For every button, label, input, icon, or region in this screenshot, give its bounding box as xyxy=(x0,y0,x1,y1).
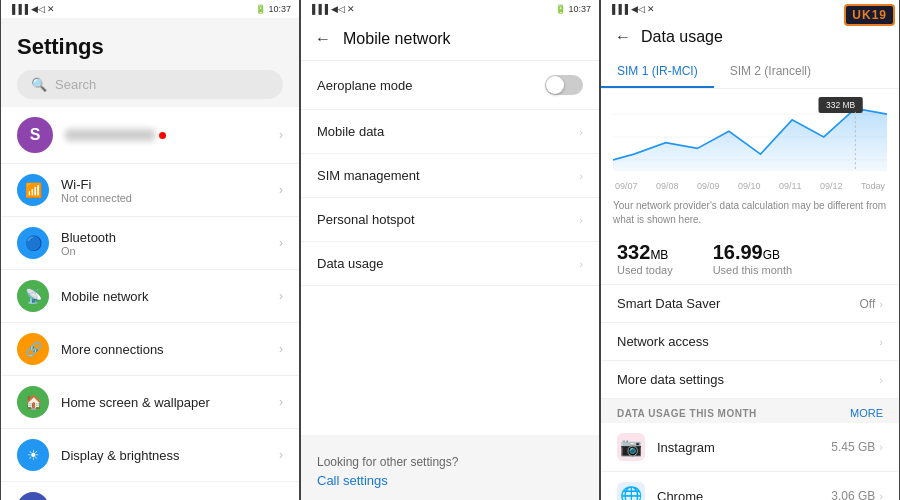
today-label: Used today xyxy=(617,264,673,276)
chart-area: 332 MB 09/0709/0809/0909/1009/1109/12Tod… xyxy=(601,89,899,195)
chart-date-label: 09/09 xyxy=(697,181,720,191)
sim-tab-sim1[interactable]: SIM 1 (IR-MCI) xyxy=(601,56,714,88)
sim-tab-sim2[interactable]: SIM 2 (Irancell) xyxy=(714,56,827,88)
conn-icon: 🔗 xyxy=(17,333,49,365)
item-label-conn: More connections xyxy=(61,342,279,357)
sim-tabs: SIM 1 (IR-MCI)SIM 2 (Irancell) xyxy=(601,56,899,89)
sound-icon: 🔔 xyxy=(17,492,49,500)
data-usage-month-header: DATA USAGE THIS MONTH MORE xyxy=(601,399,899,423)
data-chart: 332 MB xyxy=(613,97,887,177)
data-back-button[interactable]: ← xyxy=(615,28,631,46)
search-icon: 🔍 xyxy=(31,77,47,92)
watermark: UK19 xyxy=(844,4,895,26)
mobile-item-aeroplane[interactable]: Aeroplane mode xyxy=(301,61,599,110)
app-name-instagram: Instagram xyxy=(657,440,831,455)
month-section-label: DATA USAGE THIS MONTH xyxy=(617,408,757,419)
wifi-icon: 📶 xyxy=(17,174,49,206)
app-arrow-instagram: › xyxy=(879,441,883,453)
home-icon: 🏠 xyxy=(17,386,49,418)
item-sublabel-wifi: Not connected xyxy=(61,192,279,204)
mobile-label-sim: SIM management xyxy=(317,168,579,183)
settings-item-wifi[interactable]: 📶 Wi-Fi Not connected › xyxy=(1,164,299,217)
item-label-home: Home screen & wallpaper xyxy=(61,395,279,410)
bluetooth-icon: 🔵 xyxy=(17,227,49,259)
app-usage-list: 📷 Instagram 5.45 GB › 🌐 Chrome 3.06 GB › xyxy=(601,423,899,500)
profile-notification-dot xyxy=(159,132,166,139)
call-settings-link[interactable]: Call settings xyxy=(317,473,583,488)
month-value: 16.99GB xyxy=(713,241,792,264)
status-left-3: ▐▐▐ ◀◁ ✕ xyxy=(609,4,655,14)
app-name-chrome: Chrome xyxy=(657,489,831,501)
mobile-label-hotspot: Personal hotspot xyxy=(317,212,579,227)
call-settings-section: Looking for other settings? Call setting… xyxy=(301,443,599,500)
search-bar[interactable]: 🔍 Search xyxy=(17,70,283,99)
profile-item[interactable]: S › xyxy=(1,107,299,164)
item-label-wifi: Wi-Fi xyxy=(61,177,279,192)
data-option-more-data[interactable]: More data settings › xyxy=(601,361,899,399)
toggle-aeroplane[interactable] xyxy=(545,75,583,95)
mobile-network-header: ← Mobile network xyxy=(301,18,599,61)
arrow-hotspot: › xyxy=(579,214,583,226)
panel-mobile-network: ▐▐▐ ◀◁ ✕ 🔋 10:37 ← Mobile network Aeropl… xyxy=(300,0,600,500)
item-label-display: Display & brightness xyxy=(61,448,279,463)
mobile-label-aeroplane: Aeroplane mode xyxy=(317,78,545,93)
item-label-mobile: Mobile network xyxy=(61,289,279,304)
more-link[interactable]: MORE xyxy=(850,407,883,419)
settings-item-display[interactable]: ☀ Display & brightness › xyxy=(1,429,299,482)
settings-item-conn[interactable]: 🔗 More connections › xyxy=(1,323,299,376)
item-text-mobile: Mobile network xyxy=(61,289,279,304)
chart-note: Your network provider's data calculation… xyxy=(601,195,899,233)
chart-date-label: 09/10 xyxy=(738,181,761,191)
mobile-item-mobile-data[interactable]: Mobile data › xyxy=(301,110,599,154)
settings-header: Settings 🔍 Search xyxy=(1,18,299,107)
option-label-smart: Smart Data Saver xyxy=(617,296,860,311)
app-usage-chrome[interactable]: 🌐 Chrome 3.06 GB › xyxy=(601,472,899,500)
item-text-bluetooth: Bluetooth On xyxy=(61,230,279,257)
panel-data-usage: UK19 ▐▐▐ ◀◁ ✕ 🔋 10:38 ← Data usage SIM 1… xyxy=(600,0,900,500)
settings-item-home[interactable]: 🏠 Home screen & wallpaper › xyxy=(1,376,299,429)
item-label-bluetooth: Bluetooth xyxy=(61,230,279,245)
arrow-mobile: › xyxy=(279,289,283,303)
profile-name-block xyxy=(65,129,279,141)
battery-icon-2: 🔋 xyxy=(555,4,566,14)
back-button[interactable]: ← xyxy=(315,30,331,48)
app-usage-instagram[interactable]: 📷 Instagram 5.45 GB › xyxy=(601,423,899,472)
option-label-access: Network access xyxy=(617,334,879,349)
data-option-smart[interactable]: Smart Data Saver Off › xyxy=(601,285,899,323)
mobile-label-data-usage: Data usage xyxy=(317,256,579,271)
arrow-wifi: › xyxy=(279,183,283,197)
settings-item-mobile[interactable]: 📡 Mobile network › xyxy=(1,270,299,323)
battery-icon: 🔋 xyxy=(255,4,266,14)
chart-date-label: 09/12 xyxy=(820,181,843,191)
avatar: S xyxy=(17,117,53,153)
option-arrow-access: › xyxy=(879,336,883,348)
item-text-home: Home screen & wallpaper xyxy=(61,395,279,410)
mobile-item-hotspot[interactable]: Personal hotspot › xyxy=(301,198,599,242)
app-usage-value-instagram: 5.45 GB xyxy=(831,440,875,454)
data-usage-title: Data usage xyxy=(641,28,723,46)
arrow-home: › xyxy=(279,395,283,409)
mobile-item-sim[interactable]: SIM management › xyxy=(301,154,599,198)
month-label: Used this month xyxy=(713,264,792,276)
svg-text:332 MB: 332 MB xyxy=(826,100,855,110)
profile-arrow: › xyxy=(279,128,283,142)
option-arrow-smart: › xyxy=(879,298,883,310)
panel3-wrapper: UK19 ▐▐▐ ◀◁ ✕ 🔋 10:38 ← Data usage SIM 1… xyxy=(601,0,899,500)
settings-item-sound[interactable]: 🔔 Sounds & vibration › xyxy=(1,482,299,500)
app-arrow-chrome: › xyxy=(879,490,883,500)
settings-item-bluetooth[interactable]: 🔵 Bluetooth On › xyxy=(1,217,299,270)
chart-date-label: 09/08 xyxy=(656,181,679,191)
item-sublabel-bluetooth: On xyxy=(61,245,279,257)
time-1: 10:37 xyxy=(268,4,291,14)
arrow-data-usage: › xyxy=(579,258,583,270)
search-placeholder: Search xyxy=(55,77,96,92)
arrow-conn: › xyxy=(279,342,283,356)
mobile-item-data-usage[interactable]: Data usage › xyxy=(301,242,599,286)
status-bar-1: ▐▐▐ ◀◁ ✕ 🔋 10:37 xyxy=(1,0,299,18)
status-bar-2: ▐▐▐ ◀◁ ✕ 🔋 10:37 xyxy=(301,0,599,18)
app-usage-value-chrome: 3.06 GB xyxy=(831,489,875,500)
status-left-1: ▐▐▐ ◀◁ ✕ xyxy=(9,4,55,14)
data-option-access[interactable]: Network access › xyxy=(601,323,899,361)
today-value: 332MB xyxy=(617,241,673,264)
page-title: Settings xyxy=(17,34,283,60)
